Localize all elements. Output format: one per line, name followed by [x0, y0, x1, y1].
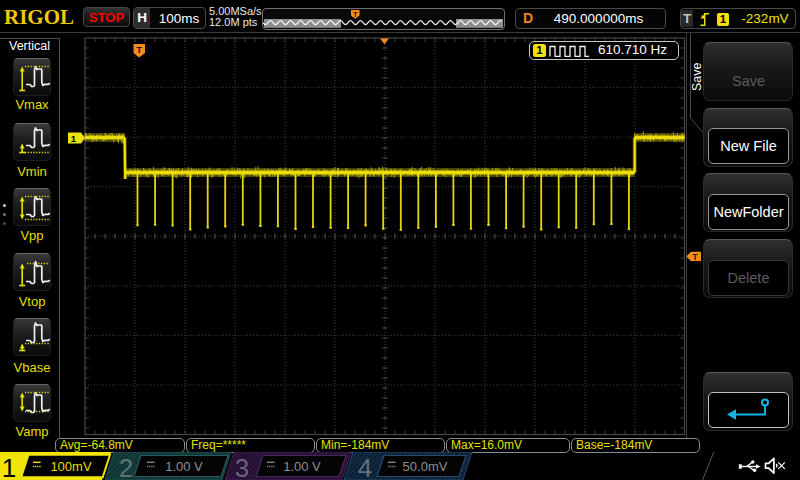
svg-text:4: 4 [358, 453, 372, 480]
svg-text:100mV: 100mV [50, 459, 92, 474]
svg-text:3: 3 [235, 453, 249, 480]
svg-text:2: 2 [119, 453, 133, 480]
svg-text:1.00 V: 1.00 V [165, 459, 203, 474]
svg-text:1.00 V: 1.00 V [283, 459, 321, 474]
svg-text:1: 1 [2, 453, 16, 480]
svg-text:T: T [692, 252, 698, 262]
svg-text:T: T [136, 44, 142, 55]
svg-text:50.0mV: 50.0mV [403, 459, 448, 474]
svg-text:T: T [353, 10, 358, 19]
svg-text:1: 1 [71, 133, 77, 144]
